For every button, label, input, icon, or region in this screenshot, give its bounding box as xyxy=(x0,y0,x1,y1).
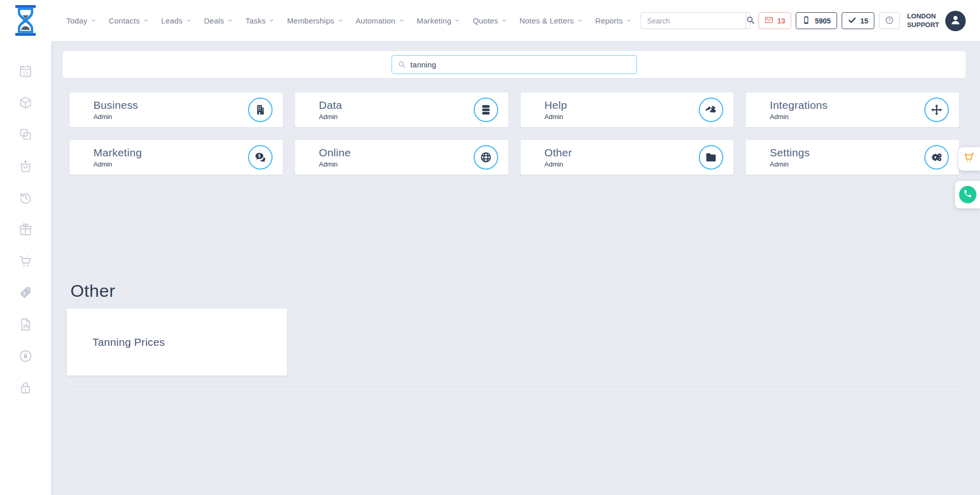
chevron-down-icon xyxy=(91,18,96,23)
mobile-phone-icon xyxy=(802,16,811,26)
question-circle-icon: ? xyxy=(885,16,894,26)
card-title: Online xyxy=(319,147,351,159)
chevron-down-icon xyxy=(338,18,343,23)
sidebar: 12 $ xyxy=(0,41,51,495)
card-subtitle: Admin xyxy=(93,113,138,121)
svg-text:$: $ xyxy=(23,291,26,296)
nav-item-leads[interactable]: Leads xyxy=(161,16,191,25)
sidebar-item-package[interactable] xyxy=(18,96,33,111)
nav-item-tasks[interactable]: Tasks xyxy=(246,16,274,25)
nav-item-label: Contacts xyxy=(109,16,140,25)
report-icon xyxy=(18,317,33,334)
sidebar-item-cart[interactable] xyxy=(18,254,33,270)
tasks-badge[interactable]: 15 xyxy=(842,12,875,29)
person-icon xyxy=(949,14,962,28)
nav-item-reports[interactable]: Reports xyxy=(595,16,631,25)
sidebar-item-calendar-12[interactable]: 12 xyxy=(18,64,33,80)
nav-item-contacts[interactable]: Contacts xyxy=(109,16,149,25)
sidebar-item-bag-receive[interactable] xyxy=(18,159,33,175)
user-name[interactable]: LONDON SUPPORT xyxy=(907,12,939,29)
app-logo-hourglass-icon[interactable] xyxy=(15,5,36,36)
card-title: Marketing xyxy=(93,147,142,159)
results-list: Tanning Prices xyxy=(51,309,980,375)
admin-card-other[interactable]: Other Admin xyxy=(521,140,734,175)
sidebar-item-report[interactable] xyxy=(18,318,33,333)
help-button[interactable]: ? xyxy=(879,12,900,29)
global-search-input[interactable] xyxy=(641,13,746,29)
top-bar: Today Contacts Leads Deals Tasks Members… xyxy=(0,0,980,41)
user-name-line2: SUPPORT xyxy=(907,21,939,29)
card-subtitle: Admin xyxy=(319,160,351,168)
phone-icon xyxy=(959,186,976,203)
card-title: Help xyxy=(545,99,567,111)
admin-search-input[interactable] xyxy=(410,60,630,69)
calendar-12-icon: 12 xyxy=(18,64,33,80)
chevron-down-icon xyxy=(577,18,582,23)
nav-item-label: Notes & Letters xyxy=(520,16,574,25)
user-name-line1: LONDON xyxy=(907,12,939,20)
nav-item-quotes[interactable]: Quotes xyxy=(473,16,507,25)
search-icon xyxy=(746,16,755,26)
card-title: Data xyxy=(319,99,342,111)
package-icon xyxy=(18,96,33,112)
admin-card-marketing[interactable]: Marketing Admin $ xyxy=(69,140,283,175)
bag-receive-icon xyxy=(18,159,33,175)
results-section-title: Other xyxy=(70,281,980,301)
move-arrows-icon xyxy=(924,98,949,122)
topbar-right-cluster: 13 5905 15 ? LONDON SUPPORT xyxy=(641,12,966,29)
admin-card-settings[interactable]: Settings Admin xyxy=(746,140,959,175)
admin-card-data[interactable]: Data Admin xyxy=(295,92,508,127)
main-nav: Today Contacts Leads Deals Tasks Members… xyxy=(66,0,661,41)
nav-item-label: Memberships xyxy=(287,16,334,25)
nav-item-deals[interactable]: Deals xyxy=(204,16,233,25)
nav-item-label: Today xyxy=(66,16,87,25)
admin-card-business[interactable]: Business Admin xyxy=(69,92,283,127)
nav-item-label: Quotes xyxy=(473,16,498,25)
calls-badge[interactable]: 5905 xyxy=(796,12,837,29)
messages-badge[interactable]: 13 xyxy=(758,12,792,29)
admin-card-help[interactable]: Help Admin xyxy=(521,92,734,127)
gears-icon xyxy=(924,145,949,170)
nav-item-memberships[interactable]: Memberships xyxy=(287,16,342,25)
sidebar-item-gift[interactable] xyxy=(18,223,33,238)
floating-phone-button[interactable] xyxy=(955,181,980,208)
nav-item-marketing[interactable]: Marketing xyxy=(417,16,460,25)
user-avatar[interactable] xyxy=(945,11,966,31)
section-divider xyxy=(67,387,965,387)
price-tag-icon: $ xyxy=(18,286,33,302)
result-item-tanning-prices[interactable]: Tanning Prices xyxy=(67,309,287,375)
nav-item-today[interactable]: Today xyxy=(66,16,96,25)
nav-item-label: Deals xyxy=(204,16,224,25)
folder-icon xyxy=(699,145,723,170)
sidebar-item-user-lock[interactable] xyxy=(18,349,33,365)
building-icon xyxy=(248,98,273,122)
padlock-icon xyxy=(18,381,33,397)
admin-card-online[interactable]: Online Admin xyxy=(295,140,508,175)
nav-item-label: Tasks xyxy=(246,16,265,25)
search-icon xyxy=(398,61,406,68)
nav-item-notes-letters[interactable]: Notes & Letters xyxy=(520,16,582,25)
card-title: Business xyxy=(93,99,138,111)
tasks-count: 15 xyxy=(861,17,869,25)
sidebar-item-padlock[interactable] xyxy=(18,381,33,396)
admin-card-integrations[interactable]: Integrations Admin xyxy=(746,92,959,127)
card-subtitle: Admin xyxy=(770,113,827,121)
nav-item-label: Automation xyxy=(356,16,396,25)
svg-text:$: $ xyxy=(258,153,261,158)
chat-dollar-icon: $ xyxy=(248,145,273,170)
cart-icon xyxy=(18,254,33,270)
sidebar-item-copy[interactable] xyxy=(18,128,33,143)
user-lock-icon xyxy=(18,349,33,365)
chevron-down-icon xyxy=(269,18,274,23)
card-subtitle: Admin xyxy=(545,160,572,168)
floating-cart-button[interactable] xyxy=(959,147,980,171)
admin-cards-grid: Business Admin Data Admin Help Admin Int… xyxy=(69,92,959,175)
chevron-down-icon xyxy=(143,18,149,23)
sidebar-item-price-tag[interactable]: $ xyxy=(18,286,33,301)
nav-item-automation[interactable]: Automation xyxy=(356,16,404,25)
chevron-down-icon xyxy=(502,18,507,23)
sidebar-item-history[interactable] xyxy=(18,191,33,206)
global-search-button[interactable] xyxy=(746,13,755,29)
card-title: Integrations xyxy=(770,99,827,111)
card-title: Other xyxy=(545,147,572,159)
